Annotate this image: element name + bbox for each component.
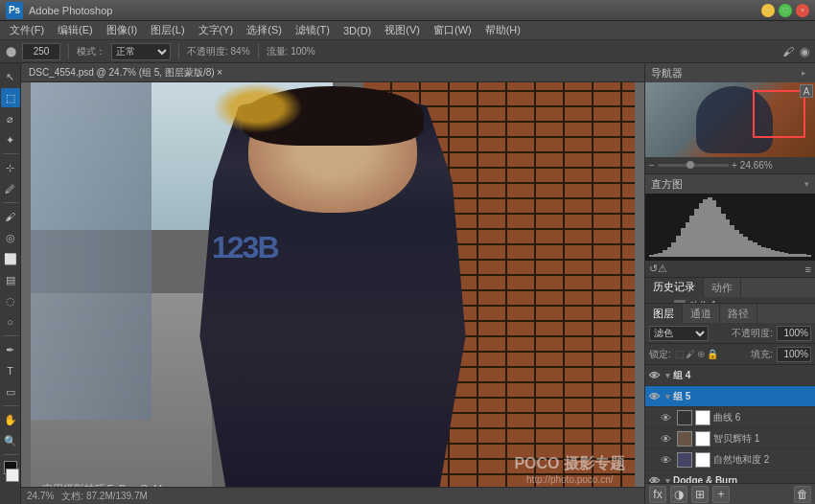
magic-wand-tool[interactable]: ✦ [1, 130, 20, 149]
close-button[interactable]: × [796, 4, 809, 17]
lasso-tool[interactable]: ⌀ [1, 109, 20, 128]
lock-label: 锁定: [649, 348, 671, 361]
layer-item[interactable]: 👁曲线 6 [645, 407, 815, 428]
blend-mode-select[interactable]: 正常溶解正片叠底 [111, 43, 171, 60]
flowers [212, 82, 303, 133]
layer-item[interactable]: 👁▾Dodge & Burn [645, 470, 815, 483]
menu-file[interactable]: 文件(F) [4, 21, 50, 39]
brush-size-input[interactable] [22, 43, 60, 60]
nav-zoom-slider[interactable] [658, 164, 729, 167]
histogram-panel: 直方图 ▾ ↺ ⚠ ≡ [645, 174, 815, 278]
lock-all-icon[interactable]: 🔒 [707, 349, 718, 359]
menu-3d[interactable]: 3D(D) [338, 23, 377, 38]
minimize-button[interactable]: − [761, 4, 775, 17]
selection-tool[interactable]: ⬚ [1, 88, 20, 107]
text-tool[interactable]: T [1, 361, 20, 380]
menu-edit[interactable]: 编辑(E) [52, 21, 99, 39]
tab-layers[interactable]: 图层 [645, 304, 683, 323]
fill-label: 填充: [751, 348, 773, 361]
layer-visibility-icon[interactable]: 👁 [661, 433, 674, 445]
layer-visibility-icon[interactable]: 👁 [649, 391, 663, 402]
separator-1 [68, 44, 69, 59]
add-fx-button[interactable]: fx [649, 486, 666, 503]
ps-logo: Ps [6, 2, 23, 19]
menu-window[interactable]: 窗口(W) [428, 21, 477, 39]
layer-thumbnail [677, 431, 692, 447]
opacity-input[interactable] [777, 326, 811, 341]
layers-header: 图层 通道 路径 [645, 304, 815, 323]
layer-item[interactable]: 👁智贝辉特 1 [645, 428, 815, 449]
add-mask-button[interactable]: ◑ [670, 486, 687, 503]
histogram-header[interactable]: 直方图 ▾ [645, 174, 815, 194]
tab-actions[interactable]: 动作 [704, 278, 741, 297]
layer-visibility-icon[interactable]: 👁 [661, 412, 674, 424]
blur-tool[interactable]: ◌ [1, 291, 20, 310]
layer-group-arrow-icon[interactable]: ▾ [665, 392, 670, 401]
histogram-refresh-icon[interactable]: ↺ [649, 263, 658, 275]
histogram-display [645, 194, 815, 261]
brush-tool[interactable]: 🖌 [1, 207, 20, 226]
layer-item[interactable]: 👁▾组 5 [645, 386, 815, 407]
shape-tool[interactable]: ▭ [1, 382, 20, 401]
dodge-tool[interactable]: ○ [1, 312, 20, 332]
layer-blend-select[interactable]: 滤色 正常溶解正片叠底 [649, 326, 709, 341]
tab-paths[interactable]: 路径 [720, 304, 757, 323]
maximize-button[interactable]: □ [779, 4, 792, 17]
background-color[interactable] [6, 469, 19, 482]
crop-tool[interactable]: ⊹ [1, 158, 20, 177]
separator-2 [178, 44, 179, 59]
layer-item[interactable]: 👁▾组 4 [645, 365, 815, 386]
hand-tool[interactable]: ✋ [1, 410, 20, 429]
new-layer-button[interactable]: + [712, 486, 730, 503]
navigator-header[interactable]: 导航器 ▸ [645, 63, 815, 82]
layer-group-arrow-icon[interactable]: ▾ [665, 476, 670, 484]
delete-layer-button[interactable]: 🗑 [794, 486, 811, 503]
layer-visibility-icon[interactable]: 👁 [649, 475, 663, 484]
menu-layer[interactable]: 图层(L) [145, 21, 190, 39]
nav-slider-handle[interactable] [687, 161, 694, 169]
move-tool[interactable]: ↖ [1, 67, 20, 86]
histogram-bar [806, 255, 811, 257]
menu-select[interactable]: 选择(S) [241, 21, 288, 39]
menu-help[interactable]: 帮助(H) [479, 21, 526, 39]
menu-image[interactable]: 图像(I) [101, 21, 143, 39]
layer-visibility-icon[interactable]: 👁 [649, 370, 663, 381]
histogram-menu-icon[interactable]: ≡ [805, 263, 811, 275]
lock-position-icon[interactable]: ⊕ [697, 349, 705, 359]
new-group-button[interactable]: ⊞ [691, 486, 709, 503]
menu-filter[interactable]: 滤镜(T) [290, 21, 336, 39]
eyedropper-tool[interactable]: 🖉 [1, 179, 20, 198]
menu-view[interactable]: 视图(V) [379, 21, 426, 39]
nav-zoom-out-button[interactable]: − [649, 160, 655, 171]
layer-visibility-icon[interactable]: 👁 [661, 454, 674, 466]
nav-viewport-box[interactable] [753, 90, 805, 138]
lock-icons: ⬚ 🖌 ⊕ 🔒 [675, 349, 718, 359]
layer-group-arrow-icon[interactable]: ▾ [665, 371, 670, 380]
histogram-warning-icon[interactable]: ⚠ [658, 263, 667, 275]
navigator-collapse-icon[interactable]: ▸ [799, 68, 809, 78]
airbrush-icon[interactable]: 🖌 [782, 45, 794, 58]
eraser-tool[interactable]: ⬜ [1, 249, 20, 268]
layer-mask-thumbnail [695, 452, 710, 468]
building-left [31, 82, 151, 420]
zoom-tool[interactable]: 🔍 [1, 431, 20, 450]
tab-channels[interactable]: 通道 [683, 304, 720, 323]
pressure-icon[interactable]: ◉ [800, 45, 809, 58]
gradient-tool[interactable]: ▤ [1, 270, 20, 289]
nav-a-button[interactable]: A [800, 84, 813, 98]
menu-text[interactable]: 文字(Y) [193, 21, 240, 39]
pen-tool[interactable]: ✒ [1, 340, 20, 359]
nav-zoom-in-button[interactable]: + [732, 160, 737, 171]
histogram-collapse-icon[interactable]: ▾ [804, 179, 809, 189]
fill-input[interactable] [777, 347, 811, 362]
clone-tool[interactable]: ◎ [1, 228, 20, 247]
lock-transparent-icon[interactable]: ⬚ [675, 349, 684, 359]
layer-item[interactable]: 👁自然地和度 2 [645, 449, 815, 470]
photo-canvas: 123B 实用摄影技巧 FsBus.CoM POCO 摄影专题 http://p… [31, 82, 635, 504]
tab-history[interactable]: 历史记录 [645, 278, 704, 297]
opacity-label: 不透明度: [732, 327, 773, 340]
document-tab[interactable]: DSC_4554.psd @ 24.7% (组 5, 图层蒙版/8) × [21, 63, 644, 82]
titlebar: Ps Adobe Photoshop − □ × [0, 0, 815, 21]
lock-pixels-icon[interactable]: 🖌 [686, 349, 695, 359]
brush-size-label: ⬤ [6, 46, 16, 57]
